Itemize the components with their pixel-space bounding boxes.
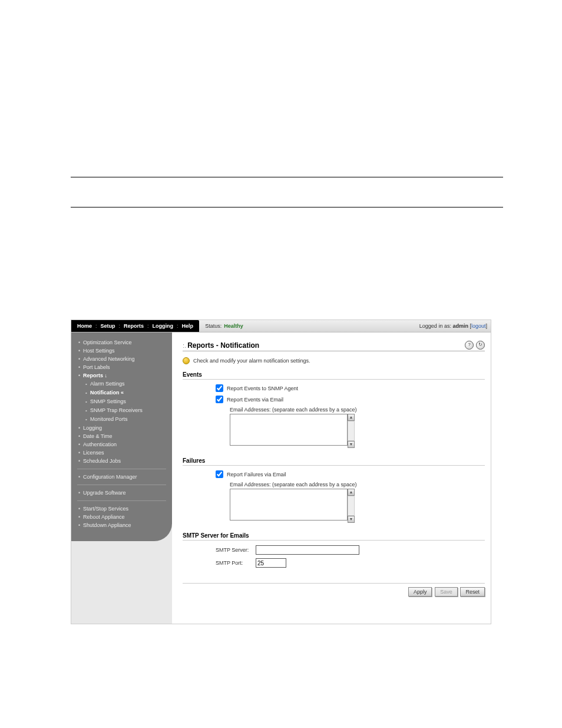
sidebar-item-authentication[interactable]: •Authentication bbox=[76, 440, 167, 449]
top-nav: Home : Setup : Reports : Logging : Help bbox=[71, 320, 199, 332]
events-body: Report Events to SNMP Agent Report Event… bbox=[183, 380, 485, 455]
scroll-track[interactable] bbox=[348, 421, 355, 441]
failures-addresses-textarea[interactable] bbox=[230, 489, 348, 521]
failures-email-checkbox[interactable] bbox=[216, 470, 223, 478]
nav-logging[interactable]: Logging bbox=[150, 323, 176, 329]
sidebar-item-start-stop-services[interactable]: •Start/Stop Services bbox=[76, 505, 167, 513]
sidebar-item-licenses[interactable]: •Licenses bbox=[76, 449, 167, 457]
help-icon[interactable]: ? bbox=[465, 341, 474, 350]
main-panel: :.Reports - Notification ? ↻ Check and m… bbox=[172, 332, 491, 624]
topbar: Home : Setup : Reports : Logging : Help … bbox=[71, 320, 491, 332]
sidebar-item-reports[interactable]: •Reports ↓ bbox=[76, 371, 167, 380]
reset-button[interactable]: Reset bbox=[460, 587, 485, 597]
page-icons: ? ↻ bbox=[465, 341, 485, 350]
save-button[interactable]: Save bbox=[435, 587, 458, 597]
events-snmp-checkbox[interactable] bbox=[216, 384, 223, 392]
failures-email-label: Report Failures via Email bbox=[227, 472, 286, 477]
page-title: :.Reports - Notification bbox=[183, 341, 465, 350]
smtp-port-input[interactable] bbox=[256, 558, 286, 568]
sidebar-item-alarm-settings[interactable]: •Alarm Settings bbox=[76, 380, 167, 388]
sidebar-item-snmp-settings[interactable]: •SNMP Settings bbox=[76, 397, 167, 406]
events-email-checkbox[interactable] bbox=[216, 396, 223, 403]
sidebar-divider bbox=[77, 485, 166, 485]
events-snmp-label: Report Events to SNMP Agent bbox=[227, 386, 298, 391]
sidebar-item-configuration-manager[interactable]: •Configuration Manager bbox=[76, 473, 167, 481]
sidebar-item-port-labels[interactable]: •Port Labels bbox=[76, 363, 167, 371]
failures-body: Report Failures via Email Email Addresse… bbox=[183, 466, 485, 530]
logout-link[interactable]: logout bbox=[471, 323, 486, 329]
sidebar-item-upgrade-software[interactable]: •Upgrade Software bbox=[76, 489, 167, 497]
nav-setup[interactable]: Setup bbox=[98, 323, 118, 329]
scroll-down-icon[interactable]: ▼ bbox=[348, 441, 355, 448]
scroll-track[interactable] bbox=[348, 496, 355, 516]
sidebar-item-host-settings[interactable]: •Host Settings bbox=[76, 347, 167, 355]
events-textarea-scrollbar[interactable]: ▲ ▼ bbox=[348, 414, 355, 448]
login-bracket: ] bbox=[485, 323, 487, 329]
refresh-icon[interactable]: ↻ bbox=[476, 341, 485, 350]
scroll-down-icon[interactable]: ▼ bbox=[348, 516, 355, 523]
sidebar-item-monitored-ports[interactable]: •Monitored Ports bbox=[76, 415, 167, 424]
divider-top bbox=[71, 177, 503, 177]
page-hint: Check and modify your alarm notification… bbox=[183, 357, 485, 364]
failures-header: Failures bbox=[183, 457, 485, 466]
sidebar-sub-reports: •Alarm Settings •Notification « •SNMP Se… bbox=[76, 380, 167, 424]
page-title-row: :.Reports - Notification ? ↻ bbox=[183, 341, 485, 351]
failures-textarea-scrollbar[interactable]: ▲ ▼ bbox=[348, 489, 355, 523]
app-window: Home : Setup : Reports : Logging : Help … bbox=[71, 319, 491, 624]
sidebar-item-shutdown-appliance[interactable]: •Shutdown Appliance bbox=[76, 521, 167, 529]
smtp-body: SMTP Server: SMTP Port: bbox=[183, 541, 485, 579]
events-email-label: Report Events via Email bbox=[227, 397, 283, 403]
apply-button[interactable]: Apply bbox=[408, 587, 432, 597]
sidebar-divider bbox=[77, 469, 166, 469]
scroll-up-icon[interactable]: ▲ bbox=[348, 414, 355, 421]
status-label: Status: bbox=[205, 323, 222, 329]
login-area: Logged in as: admin [ logout ] bbox=[419, 320, 491, 332]
scroll-up-icon[interactable]: ▲ bbox=[348, 489, 355, 496]
smtp-header: SMTP Server for Emails bbox=[183, 532, 485, 541]
status-value: Healthy bbox=[224, 323, 243, 329]
sidebar-item-advanced-networking[interactable]: •Advanced Networking bbox=[76, 355, 167, 363]
nav-home[interactable]: Home bbox=[75, 323, 94, 329]
events-header: Events bbox=[183, 371, 485, 380]
events-addresses-label: Email Addresses: (separate each address … bbox=[230, 407, 485, 413]
sidebar-item-reboot-appliance[interactable]: •Reboot Appliance bbox=[76, 513, 167, 521]
page-hint-text: Check and modify your alarm notification… bbox=[193, 358, 310, 364]
nav-reports[interactable]: Reports bbox=[121, 323, 146, 329]
smtp-server-label: SMTP Server: bbox=[216, 547, 253, 553]
events-addresses-textarea[interactable] bbox=[230, 414, 348, 446]
sidebar-item-date-time[interactable]: •Date & Time bbox=[76, 432, 167, 440]
smtp-port-label: SMTP Port: bbox=[216, 560, 253, 566]
app-body: •Optimization Service •Host Settings •Ad… bbox=[71, 332, 491, 624]
button-bar: Apply Save Reset bbox=[183, 583, 485, 597]
bulb-icon bbox=[183, 357, 190, 364]
smtp-server-input[interactable] bbox=[256, 545, 359, 555]
sidebar-item-scheduled-jobs[interactable]: •Scheduled Jobs bbox=[76, 457, 167, 465]
failures-addresses-label: Email Addresses: (separate each address … bbox=[230, 482, 485, 487]
sidebar-divider bbox=[77, 500, 166, 501]
sidebar: •Optimization Service •Host Settings •Ad… bbox=[71, 332, 172, 541]
sidebar-item-logging[interactable]: •Logging bbox=[76, 424, 167, 432]
sidebar-item-snmp-trap-receivers[interactable]: •SNMP Trap Receivers bbox=[76, 406, 167, 415]
divider-mid bbox=[71, 207, 503, 207]
login-user: admin bbox=[452, 323, 468, 329]
nav-help[interactable]: Help bbox=[180, 323, 196, 329]
login-prefix: Logged in as: bbox=[419, 323, 451, 329]
sidebar-item-notification[interactable]: •Notification « bbox=[76, 388, 167, 397]
sidebar-item-optimization[interactable]: •Optimization Service bbox=[76, 338, 167, 347]
status-area: Status: Healthy bbox=[199, 320, 419, 332]
